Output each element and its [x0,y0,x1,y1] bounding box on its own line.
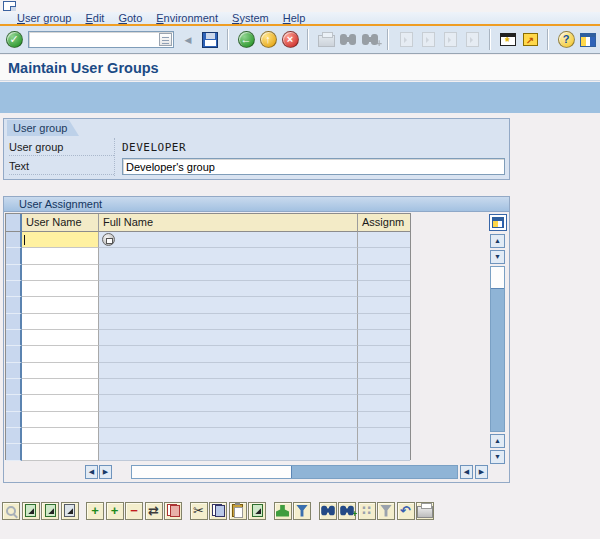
user-name-cell[interactable] [22,379,99,395]
print-button[interactable] [416,502,434,520]
column-header-assignment[interactable]: Assignm [358,214,410,232]
user-name-cell[interactable] [22,297,99,313]
assignment-cell[interactable] [358,444,410,460]
scroll-down-button[interactable]: ▼ [490,250,505,264]
help-button[interactable]: ? [556,30,576,50]
full-name-cell[interactable] [99,248,358,264]
scroll-up-button-bottom[interactable]: ▲ [490,434,505,448]
choose-button[interactable] [2,502,20,520]
paste-special-button[interactable] [248,502,266,520]
create-shortcut-button[interactable]: ↗ [520,30,540,50]
menu-edit[interactable]: Edit [78,12,111,24]
find-next-button[interactable]: + [338,502,356,520]
full-name-cell[interactable] [99,297,358,313]
assignment-cell[interactable] [358,314,410,330]
save-button[interactable] [200,30,220,50]
print-button[interactable] [316,30,336,50]
row-selector[interactable] [6,232,22,248]
row-selector[interactable] [6,412,22,428]
user-name-cell[interactable] [22,346,99,362]
move-row-button[interactable]: ⇄ [145,502,163,520]
row-selector[interactable] [6,265,22,281]
command-history-icon[interactable] [159,33,172,46]
vertical-scrollbar-track[interactable] [490,266,505,432]
full-name-cell[interactable] [99,395,358,411]
select-all-header-cell[interactable] [6,214,22,232]
user-name-cell[interactable] [22,412,99,428]
replace-button[interactable]: ∷ [358,502,376,520]
user-name-cell[interactable] [22,281,99,297]
find-button[interactable] [319,502,337,520]
copy-button[interactable] [209,502,227,520]
user-name-cell[interactable] [22,248,99,264]
assignment-cell[interactable] [358,232,410,248]
assignment-cell[interactable] [358,265,410,281]
assignment-cell[interactable] [358,428,410,444]
sort-ascending-button[interactable] [274,502,292,520]
row-selector[interactable] [6,281,22,297]
full-name-cell[interactable] [99,444,358,460]
assignment-cell[interactable] [358,330,410,346]
full-name-cell[interactable] [99,232,358,248]
assignment-cell[interactable] [358,281,410,297]
horizontal-scrollbar-track[interactable] [131,465,458,479]
menu-system[interactable]: System [225,12,276,24]
full-name-cell[interactable] [99,330,358,346]
next-page-button[interactable] [440,30,460,50]
group-text-input[interactable] [122,158,505,175]
row-selector[interactable] [6,379,22,395]
menu-user-group[interactable]: User group [10,12,78,24]
scroll-left-button[interactable]: ◀ [85,465,98,479]
full-name-cell[interactable] [99,428,358,444]
filter-button[interactable] [377,502,395,520]
scroll-up-button[interactable]: ▲ [490,234,505,248]
user-name-cell[interactable] [22,314,99,330]
insert-row-button[interactable]: + [86,502,104,520]
select-block-button[interactable] [41,502,59,520]
system-menu-icon[interactable] [3,1,16,11]
append-row-button[interactable]: + [106,502,124,520]
pick-button[interactable] [22,502,40,520]
undo-button[interactable]: ↶ [397,502,415,520]
assignment-cell[interactable] [358,363,410,379]
command-input[interactable] [30,33,158,46]
row-selector[interactable] [6,330,22,346]
row-selector[interactable] [6,363,22,379]
vertical-scrollbar-thumb[interactable] [491,267,504,289]
assignment-cell[interactable] [358,412,410,428]
full-name-cell[interactable] [99,363,358,379]
user-name-cell[interactable] [22,232,99,248]
assignment-cell[interactable] [358,297,410,313]
sort-descending-button[interactable] [293,502,311,520]
scroll-right-button-right[interactable]: ▶ [475,465,488,479]
horizontal-scrollbar-thumb[interactable] [132,466,292,478]
row-selector[interactable] [6,395,22,411]
user-name-cell[interactable] [22,444,99,460]
find-button[interactable] [338,30,358,50]
user-name-cell[interactable] [22,330,99,346]
row-selector[interactable] [6,444,22,460]
possible-entries-icon[interactable] [102,233,115,246]
back-button[interactable]: ← [236,30,256,50]
column-header-user-name[interactable]: User Name [22,214,99,232]
menu-help[interactable]: Help [276,12,313,24]
full-name-cell[interactable] [99,265,358,281]
table-configuration-button[interactable] [489,214,507,231]
column-header-full-name[interactable]: Full Name [99,214,358,232]
delete-row-button[interactable]: − [125,502,143,520]
user-name-cell[interactable] [22,395,99,411]
full-name-cell[interactable] [99,314,358,330]
enter-button[interactable]: ✓ [4,30,24,50]
row-selector[interactable] [6,248,22,264]
scroll-down-button-bottom[interactable]: ▼ [490,450,505,464]
assignment-cell[interactable] [358,395,410,411]
last-page-button[interactable] [462,30,482,50]
cancel-button[interactable]: × [280,30,300,50]
collapse-command-button[interactable]: ◀ [178,30,198,50]
full-name-cell[interactable] [99,379,358,395]
row-selector[interactable] [6,314,22,330]
full-name-cell[interactable] [99,281,358,297]
find-next-button[interactable]: + [360,30,380,50]
user-name-cell[interactable] [22,428,99,444]
assignment-cell[interactable] [358,248,410,264]
